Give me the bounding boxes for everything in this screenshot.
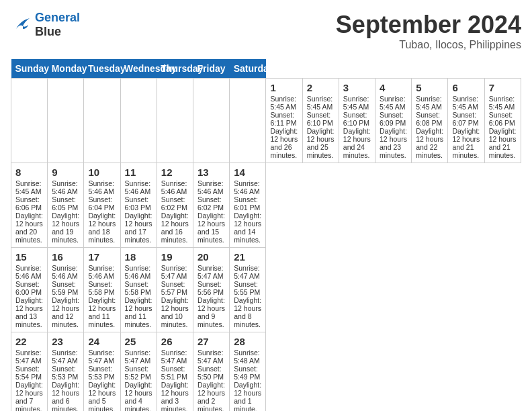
sunrise-text: Sunrise: 5:46 AM: [15, 264, 43, 280]
calendar-cell: 15Sunrise: 5:46 AMSunset: 6:00 PMDayligh…: [11, 248, 48, 332]
sunrise-text: Sunrise: 5:47 AM: [52, 349, 79, 365]
day-number: 12: [161, 167, 189, 178]
sunrise-text: Sunrise: 5:47 AM: [15, 349, 43, 365]
location: Tubao, Ilocos, Philippines: [336, 39, 521, 51]
sunrise-text: Sunrise: 5:46 AM: [88, 264, 116, 280]
daylight-text: Daylight: 12 hours and 19 minutes.: [52, 212, 79, 244]
sunrise-text: Sunrise: 5:47 AM: [125, 349, 152, 365]
sunrise-text: Sunrise: 5:46 AM: [125, 179, 152, 195]
sunrise-text: Sunrise: 5:48 AM: [234, 349, 261, 365]
sunset-text: Sunset: 5:57 PM: [161, 280, 189, 296]
calendar-cell: 4Sunrise: 5:45 AMSunset: 6:09 PMDaylight…: [375, 79, 412, 163]
day-number: 22: [15, 336, 43, 347]
day-number: 17: [88, 251, 116, 263]
sunset-text: Sunset: 5:58 PM: [88, 280, 116, 296]
daylight-text: Daylight: 12 hours and 5 minutes.: [88, 381, 116, 411]
sunrise-text: Sunrise: 5:46 AM: [161, 179, 189, 195]
calendar-cell: 20Sunrise: 5:47 AMSunset: 5:56 PMDayligh…: [193, 248, 230, 332]
calendar-cell: 24Sunrise: 5:47 AMSunset: 5:53 PMDayligh…: [84, 332, 120, 412]
sunrise-text: Sunrise: 5:47 AM: [161, 264, 189, 280]
column-header-saturday: Saturday: [230, 59, 266, 79]
sunset-text: Sunset: 6:07 PM: [452, 111, 480, 127]
sunrise-text: Sunrise: 5:46 AM: [234, 179, 261, 195]
column-header-sunday: Sunday: [11, 59, 48, 79]
day-number: 18: [125, 251, 152, 263]
calendar-cell: 7Sunrise: 5:45 AMSunset: 6:06 PMDaylight…: [484, 79, 521, 163]
day-number: 19: [161, 251, 189, 263]
page-header: GeneralBlue September 2024 Tubao, Ilocos…: [11, 11, 521, 51]
calendar-header-row: SundayMondayTuesdayWednesdayThursdayFrid…: [11, 59, 521, 79]
daylight-text: Daylight: 12 hours and 2 minutes.: [197, 381, 225, 411]
calendar-cell: [11, 79, 48, 163]
sunset-text: Sunset: 5:59 PM: [52, 280, 79, 296]
sunset-text: Sunset: 6:11 PM: [270, 111, 298, 127]
daylight-text: Daylight: 12 hours and 25 minutes.: [307, 127, 335, 159]
calendar-cell: 26Sunrise: 5:47 AMSunset: 5:51 PMDayligh…: [157, 332, 193, 412]
calendar-cell: 11Sunrise: 5:46 AMSunset: 6:03 PMDayligh…: [120, 163, 157, 248]
logo: GeneralBlue: [11, 11, 80, 39]
daylight-text: Daylight: 12 hours and 9 minutes.: [197, 296, 225, 328]
calendar-cell: 18Sunrise: 5:46 AMSunset: 5:58 PMDayligh…: [120, 248, 157, 332]
daylight-text: Daylight: 12 hours and 6 minutes.: [52, 381, 79, 411]
daylight-text: Daylight: 12 hours and 18 minutes.: [88, 212, 116, 244]
sunrise-text: Sunrise: 5:47 AM: [234, 264, 261, 280]
sunset-text: Sunset: 6:03 PM: [125, 195, 152, 212]
sunrise-text: Sunrise: 5:47 AM: [197, 264, 225, 280]
calendar-cell: 21Sunrise: 5:47 AMSunset: 5:55 PMDayligh…: [230, 248, 266, 332]
calendar-cell: 13Sunrise: 5:46 AMSunset: 6:02 PMDayligh…: [193, 163, 230, 248]
sunset-text: Sunset: 5:56 PM: [197, 280, 225, 296]
sunset-text: Sunset: 5:53 PM: [88, 365, 116, 381]
sunset-text: Sunset: 6:06 PM: [489, 111, 517, 127]
sunset-text: Sunset: 5:53 PM: [52, 365, 79, 381]
day-number: 4: [380, 82, 407, 93]
day-number: 6: [452, 82, 480, 93]
day-number: 8: [15, 167, 43, 178]
sunset-text: Sunset: 6:05 PM: [52, 195, 79, 212]
calendar-cell: 3Sunrise: 5:45 AMSunset: 6:10 PMDaylight…: [339, 79, 375, 163]
calendar-cell: 2Sunrise: 5:45 AMSunset: 6:10 PMDaylight…: [302, 79, 339, 163]
calendar-cell: [230, 79, 266, 163]
day-number: 28: [234, 336, 261, 347]
daylight-text: Daylight: 12 hours and 20 minutes.: [15, 212, 43, 244]
daylight-text: Daylight: 12 hours and 11 minutes.: [88, 296, 116, 328]
sunrise-text: Sunrise: 5:45 AM: [416, 95, 443, 111]
daylight-text: Daylight: 12 hours and 4 minutes.: [125, 381, 152, 411]
daylight-text: Daylight: 12 hours and 26 minutes.: [270, 127, 298, 159]
calendar-cell: 5Sunrise: 5:45 AMSunset: 6:08 PMDaylight…: [412, 79, 448, 163]
daylight-text: Daylight: 12 hours and 8 minutes.: [234, 296, 261, 328]
daylight-text: Daylight: 12 hours and 24 minutes.: [343, 127, 371, 159]
daylight-text: Daylight: 12 hours and 12 minutes.: [52, 296, 79, 328]
sunrise-text: Sunrise: 5:46 AM: [125, 264, 152, 280]
sunset-text: Sunset: 5:55 PM: [234, 280, 261, 296]
calendar-cell: 19Sunrise: 5:47 AMSunset: 5:57 PMDayligh…: [157, 248, 193, 332]
week-row-4: 22Sunrise: 5:47 AMSunset: 5:54 PMDayligh…: [11, 332, 521, 412]
day-number: 15: [15, 251, 43, 263]
sunrise-text: Sunrise: 5:46 AM: [88, 179, 116, 195]
sunset-text: Sunset: 6:04 PM: [88, 195, 116, 212]
week-row-3: 15Sunrise: 5:46 AMSunset: 6:00 PMDayligh…: [11, 248, 521, 332]
calendar-cell: 16Sunrise: 5:46 AMSunset: 5:59 PMDayligh…: [48, 248, 84, 332]
calendar-cell: 9Sunrise: 5:46 AMSunset: 6:05 PMDaylight…: [48, 163, 84, 248]
sunset-text: Sunset: 6:06 PM: [15, 195, 43, 212]
calendar-cell: 14Sunrise: 5:46 AMSunset: 6:01 PMDayligh…: [230, 163, 266, 248]
day-number: 11: [125, 167, 152, 178]
calendar-cell: [48, 79, 84, 163]
sunset-text: Sunset: 6:00 PM: [15, 280, 43, 296]
sunrise-text: Sunrise: 5:45 AM: [307, 95, 335, 111]
day-number: 1: [270, 82, 298, 93]
day-number: 21: [234, 251, 261, 263]
week-row-1: 1Sunrise: 5:45 AMSunset: 6:11 PMDaylight…: [11, 79, 521, 163]
logo-icon: [11, 15, 32, 34]
sunrise-text: Sunrise: 5:46 AM: [197, 179, 225, 195]
sunrise-text: Sunrise: 5:47 AM: [161, 349, 189, 365]
sunrise-text: Sunrise: 5:47 AM: [88, 349, 116, 365]
day-number: 5: [416, 82, 443, 93]
sunset-text: Sunset: 5:58 PM: [125, 280, 152, 296]
calendar-cell: [157, 79, 193, 163]
day-number: 3: [343, 82, 371, 93]
column-header-wednesday: Wednesday: [120, 59, 157, 79]
sunrise-text: Sunrise: 5:46 AM: [52, 179, 79, 195]
calendar-table: SundayMondayTuesdayWednesdayThursdayFrid…: [11, 59, 521, 411]
sunrise-text: Sunrise: 5:45 AM: [15, 179, 43, 195]
calendar-cell: [193, 79, 230, 163]
